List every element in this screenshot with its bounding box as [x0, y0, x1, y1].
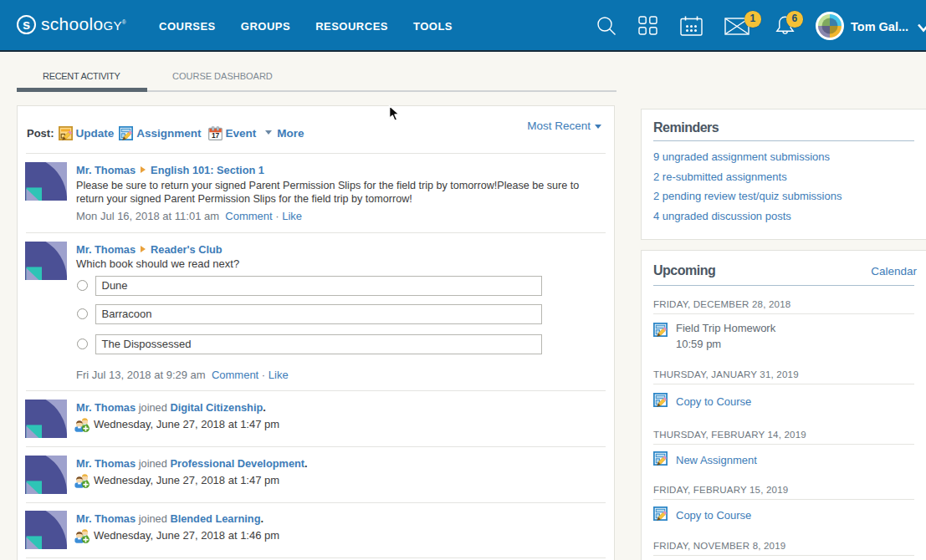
svg-text:17: 17 [211, 131, 219, 140]
